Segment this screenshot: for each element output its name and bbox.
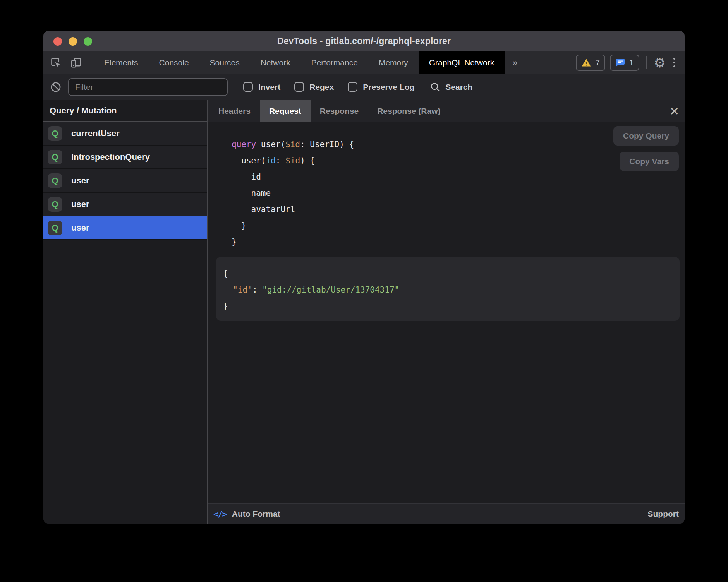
checkbox-preserve-log[interactable]: Preserve Log — [348, 82, 414, 92]
messages-badge[interactable]: 1 — [610, 55, 639, 71]
query-type-badge: Q — [48, 173, 62, 188]
query-list-item-user-3[interactable]: Quser — [43, 193, 207, 216]
detail-tab-headers[interactable]: Headers — [209, 100, 260, 122]
tab-console[interactable]: Console — [149, 51, 199, 74]
filter-input[interactable] — [68, 78, 228, 96]
checkbox-regex[interactable]: Regex — [294, 82, 334, 92]
detail-tabbar: HeadersRequestResponseResponse (Raw) ✕ — [208, 100, 685, 122]
query-list-item-user-2[interactable]: Quser — [43, 169, 207, 193]
query-name-label: IntrospectionQuery — [71, 152, 150, 162]
checkbox-group: InvertRegexPreserve Log — [243, 82, 414, 92]
query-name-label: currentUser — [71, 128, 120, 139]
tab-graphql-network[interactable]: GraphQL Network — [419, 51, 505, 74]
query-type-badge: Q — [48, 150, 62, 164]
code-line: id — [232, 169, 685, 185]
filter-toolbar: InvertRegexPreserve Log Search — [43, 74, 685, 100]
tab-performance[interactable]: Performance — [301, 51, 368, 74]
checkbox-invert[interactable]: Invert — [243, 82, 280, 92]
query-type-badge: Q — [48, 197, 62, 212]
search-label: Search — [445, 82, 472, 92]
graphql-query-code: query user($id: UserID) { user(id: $id) … — [232, 136, 685, 250]
sidebar-rows: QcurrentUserQIntrospectionQueryQuserQuse… — [43, 122, 207, 240]
tabbar-right-controls: 7 1 ⚙ — [576, 51, 685, 74]
sidebar-header: Query / Mutation — [43, 100, 207, 122]
checkbox-box[interactable] — [243, 82, 253, 92]
minimize-window-icon[interactable] — [69, 37, 77, 46]
query-name-label: user — [71, 176, 89, 186]
query-list-item-introspectionquery-1[interactable]: QIntrospectionQuery — [43, 146, 207, 169]
traffic-lights — [53, 31, 92, 51]
window-title: DevTools - gitlab.com/-/graphql-explorer — [277, 36, 451, 46]
content-area: Query / Mutation QcurrentUserQIntrospect… — [43, 100, 685, 524]
controls-divider — [646, 56, 647, 69]
gear-icon[interactable]: ⚙ — [654, 56, 666, 69]
devtools-window: DevTools - gitlab.com/-/graphql-explorer — [43, 31, 685, 524]
toolbar-divider — [88, 56, 88, 69]
checkbox-box[interactable] — [294, 82, 304, 92]
block-circle-icon[interactable] — [50, 81, 62, 93]
query-list-sidebar: Query / Mutation QcurrentUserQIntrospect… — [43, 100, 207, 524]
panel-footer: </> Auto Format Support — [208, 503, 685, 524]
detail-tab-request[interactable]: Request — [260, 100, 311, 122]
code-line: } — [223, 298, 672, 314]
query-variables-box: { "id": "gid://gitlab/User/13704317"} — [216, 257, 680, 321]
code-line: "id": "gid://gitlab/User/13704317" — [223, 282, 672, 298]
message-count: 1 — [629, 58, 634, 67]
tab-memory[interactable]: Memory — [368, 51, 419, 74]
tool-icons — [43, 51, 82, 74]
tab-network[interactable]: Network — [250, 51, 301, 74]
more-tabs-chevron-icon[interactable]: » — [505, 51, 525, 74]
inspect-cursor-icon[interactable] — [50, 56, 62, 69]
code-line: } — [232, 217, 685, 234]
sidebar-header-label: Query / Mutation — [50, 106, 117, 116]
warnings-badge[interactable]: 7 — [576, 55, 605, 71]
checkbox-box[interactable] — [348, 82, 357, 92]
code-line: avatarUrl — [232, 201, 685, 217]
close-window-icon[interactable] — [53, 37, 62, 46]
close-icon[interactable]: ✕ — [670, 100, 679, 122]
window-titlebar[interactable]: DevTools - gitlab.com/-/graphql-explorer — [43, 31, 685, 51]
checkbox-label: Preserve Log — [363, 82, 414, 92]
warning-count: 7 — [595, 58, 600, 67]
query-list-item-currentuser-0[interactable]: QcurrentUser — [43, 122, 207, 146]
screen: DevTools - gitlab.com/-/graphql-explorer — [0, 0, 728, 582]
query-variables-code: { "id": "gid://gitlab/User/13704317"} — [223, 265, 672, 314]
devtools-tabbar: ElementsConsoleSourcesNetworkPerformance… — [43, 51, 685, 74]
detail-tab-response-raw[interactable]: Response (Raw) — [368, 100, 450, 122]
auto-format-button[interactable]: Auto Format — [232, 509, 280, 519]
kebab-menu-icon[interactable] — [670, 58, 678, 67]
magnifier-icon — [430, 82, 441, 92]
device-toolbar-icon[interactable] — [70, 56, 82, 69]
query-name-label: user — [71, 223, 89, 233]
tab-elements[interactable]: Elements — [94, 51, 149, 74]
search-toggle[interactable]: Search — [430, 82, 472, 92]
detail-tab-strip: HeadersRequestResponseResponse (Raw) — [208, 100, 450, 122]
request-detail-panel: HeadersRequestResponseResponse (Raw) ✕ C… — [208, 100, 685, 524]
chat-bubble-icon — [615, 58, 625, 67]
request-code-area: Copy Query Copy Vars query user($id: Use… — [208, 122, 685, 503]
query-list-item-user-4[interactable]: Quser — [43, 216, 207, 240]
query-type-badge: Q — [48, 221, 62, 235]
code-brackets-icon: </> — [213, 509, 227, 519]
query-name-label: user — [71, 199, 89, 209]
main-tab-strip: ElementsConsoleSourcesNetworkPerformance… — [94, 51, 505, 74]
copy-vars-button[interactable]: Copy Vars — [620, 152, 679, 171]
checkbox-label: Invert — [258, 82, 280, 92]
code-line: } — [232, 234, 685, 250]
code-line: user(id: $id) { — [232, 152, 685, 169]
query-type-badge: Q — [48, 126, 62, 141]
code-line: name — [232, 185, 685, 201]
copy-query-button[interactable]: Copy Query — [613, 126, 679, 146]
tab-sources[interactable]: Sources — [199, 51, 250, 74]
code-line: { — [223, 265, 672, 282]
checkbox-label: Regex — [309, 82, 334, 92]
detail-tab-response[interactable]: Response — [311, 100, 368, 122]
support-link[interactable]: Support — [648, 509, 679, 519]
warning-triangle-icon — [581, 58, 591, 67]
zoom-window-icon[interactable] — [84, 37, 92, 46]
